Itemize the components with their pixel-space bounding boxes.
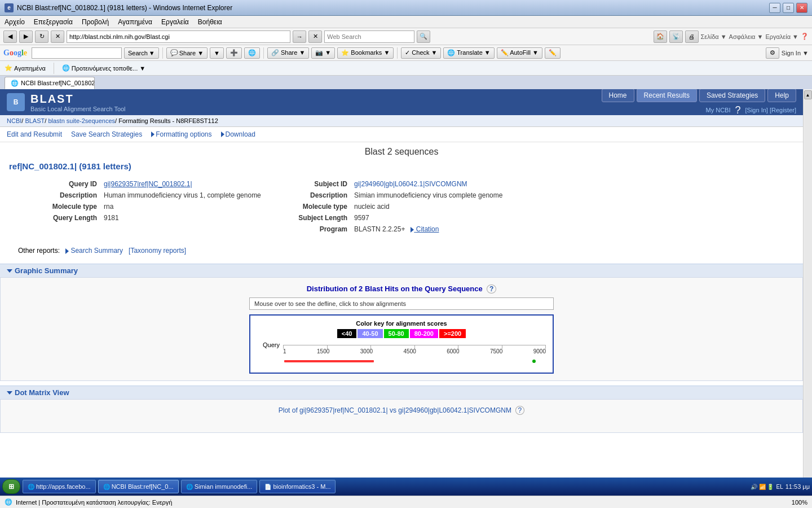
search-summary-link[interactable]: Search Summary xyxy=(65,247,125,255)
close-button[interactable]: ✕ xyxy=(796,3,807,13)
home-icon[interactable]: 🏠 xyxy=(654,30,667,43)
search-input[interactable] xyxy=(324,30,414,43)
share-button[interactable]: 💬 Share ▼ xyxy=(166,47,208,59)
maximize-button[interactable]: □ xyxy=(783,3,794,13)
dot-matrix-info-icon[interactable]: ? xyxy=(515,406,525,415)
autofill-button[interactable]: ✏️ AutoFill ▼ xyxy=(497,47,542,59)
breadcrumb-blastn[interactable]: blastn suite-2sequences xyxy=(48,117,115,124)
globe-status-icon: 🌐 xyxy=(5,498,12,506)
citation-link[interactable]: Citation xyxy=(411,225,439,233)
print-icon[interactable]: 🖨 xyxy=(685,30,699,43)
menu-tools[interactable]: Εργαλεία xyxy=(161,18,189,26)
dot-matrix-body: Plot of gi|9629357|ref|NC_001802.1| vs g… xyxy=(0,399,803,433)
table-row: Query Length 9181 Subject Length 9597 xyxy=(10,213,793,223)
favorites-button[interactable]: ⭐ Αγαπημένα xyxy=(5,64,46,72)
window-controls[interactable]: ─ □ ✕ xyxy=(769,3,807,13)
hit-line-2[interactable] xyxy=(532,360,536,363)
blast-recent-button[interactable]: Recent Results xyxy=(637,89,697,102)
query-len-value: 9181 xyxy=(102,213,282,223)
query-id-link[interactable]: gi|9629357|ref|NC_001802.1| xyxy=(104,180,192,188)
forward-button[interactable]: ▶ xyxy=(19,30,33,43)
scale-3000: 3000 xyxy=(360,348,373,354)
sign-in-link[interactable]: [Sign In] [Register] xyxy=(745,107,797,113)
bookmarks-button[interactable]: ⭐ Bookmarks ▼ xyxy=(337,47,394,59)
taskbar-fb-label: http://apps.facebo... xyxy=(36,483,91,490)
statusbar-right: 100% xyxy=(792,499,807,506)
taskbar-simian[interactable]: 🌐 Simian immunodefi... xyxy=(181,480,258,493)
toolbar-settings-button[interactable]: ⚙ xyxy=(766,47,779,59)
menu-view[interactable]: Προβολή xyxy=(82,18,109,26)
menu-help[interactable]: Βοήθεια xyxy=(198,18,222,26)
scale-1: 1 xyxy=(283,348,286,354)
query-len-label: Query Length xyxy=(10,213,100,223)
page-title: Blast 2 sequences xyxy=(9,147,794,157)
breadcrumb-blast[interactable]: BLAST xyxy=(25,117,45,124)
subject-id-label: Subject ID xyxy=(283,179,351,189)
toolbar-more-button[interactable]: ▼ xyxy=(210,47,224,59)
toolbar-extra-button[interactable]: 📷 ▼ xyxy=(311,47,335,59)
tab-blast[interactable]: 🌐 NCBI Blast:ref[NC_001802.1] (9181 lett… xyxy=(5,77,95,89)
titlebar-left: e NCBI Blast:ref[NC_001802.1] (9181 lett… xyxy=(5,3,232,12)
taskbar-blast-icon: 🌐 xyxy=(103,484,110,490)
taskbar-facebook[interactable]: 🌐 http://apps.facebo... xyxy=(23,480,96,493)
refresh-button[interactable]: ↻ xyxy=(35,30,48,43)
check-button[interactable]: ✓ Check ▼ xyxy=(401,47,441,59)
go-button[interactable]: → xyxy=(293,30,306,43)
back-button[interactable]: ◀ xyxy=(3,30,17,43)
search-label: Search xyxy=(128,50,148,56)
save-search-link[interactable]: Save Search Strategies xyxy=(71,130,142,138)
menu-edit[interactable]: Επεξεργασία xyxy=(34,18,73,26)
scroll-track[interactable] xyxy=(804,99,812,487)
blast-home-button[interactable]: Home xyxy=(602,89,634,102)
taskbar-fb-icon: 🌐 xyxy=(28,484,34,490)
scroll-up-button[interactable]: ▲ xyxy=(804,90,812,99)
pencil-button[interactable]: ✏️ xyxy=(545,47,561,59)
scrollbar[interactable]: ▲ ▼ xyxy=(803,89,812,496)
suggested-label: Προτεινόμενες τοποθε... xyxy=(72,65,138,72)
address-input[interactable] xyxy=(67,30,290,43)
scale-row: 1 1500 3000 4500 6000 7500 9000 xyxy=(281,348,548,354)
subject-mol-type-value: nucleic acid xyxy=(352,202,793,212)
start-button[interactable]: ⊞ xyxy=(2,479,20,494)
star-icon: ⭐ xyxy=(5,64,12,72)
google-logo: Google xyxy=(3,49,27,58)
minimize-button[interactable]: ─ xyxy=(769,3,780,13)
info-icon[interactable]: ? xyxy=(487,284,496,294)
search-go-button[interactable]: 🔍 xyxy=(417,30,430,43)
taxonomy-link[interactable]: [Taxonomy reports] xyxy=(129,247,186,255)
dot-matrix-header[interactable]: Dot Matrix View xyxy=(0,386,803,399)
formatting-options-link[interactable]: Formatting options xyxy=(151,130,211,138)
taskbar-blast[interactable]: 🌐 NCBI Blast:ref[NC_0... xyxy=(98,480,179,493)
query-id-value[interactable]: gi|9629357|ref|NC_001802.1| xyxy=(102,179,282,189)
chart-instruction: Mouse over to see the defline, click to … xyxy=(249,297,554,310)
blast-saved-button[interactable]: Saved Strategies xyxy=(699,89,765,102)
translate-button[interactable]: 🌐 Translate ▼ xyxy=(443,47,494,59)
share2-button[interactable]: 🔗 Share ▼ xyxy=(267,47,309,59)
graphic-summary-header[interactable]: Graphic Summary xyxy=(0,264,803,277)
actionbar: Edit and Resubmit Save Search Strategies… xyxy=(0,127,803,142)
content-wrapper: B BLAST Basic Local Alignment Search Too… xyxy=(0,89,812,496)
menu-favorites[interactable]: Αγαπημένα xyxy=(118,18,152,26)
rss-icon[interactable]: 📡 xyxy=(669,30,683,43)
add-button[interactable]: ➕ xyxy=(226,47,242,59)
citation-icon xyxy=(411,227,414,233)
breadcrumb-ncbi[interactable]: NCBI xyxy=(7,117,21,124)
blast-help-button[interactable]: Help xyxy=(767,89,796,102)
toolbar-globe-button[interactable]: 🌐 xyxy=(244,47,260,59)
stop-refresh-button[interactable]: ✕ xyxy=(308,30,322,43)
menu-file[interactable]: Αρχείο xyxy=(5,18,25,26)
my-ncbi-link[interactable]: My NCBI xyxy=(705,107,730,113)
hit-line-1[interactable] xyxy=(284,360,374,362)
other-reports-label: Other reports: xyxy=(18,247,60,255)
google-search-input[interactable] xyxy=(32,47,122,59)
statusbar-left: 🌐 Internet | Προστατευμένη κατάσταση λει… xyxy=(5,498,172,506)
addressbar: ◀ ▶ ↻ ✕ → ✕ 🔍 🏠 📡 🖨 Σελίδα ▼ Ασφάλεια ▼ … xyxy=(0,28,812,45)
download-link[interactable]: Download xyxy=(221,130,255,138)
stop-button[interactable]: ✕ xyxy=(51,30,64,43)
other-reports: Other reports: Search Summary [Taxonomy … xyxy=(9,244,794,259)
search-button[interactable]: Search ▼ xyxy=(124,47,159,59)
edit-resubmit-link[interactable]: Edit and Resubmit xyxy=(7,130,62,138)
taskbar-bioinformatics[interactable]: 📄 bioinformatics3 - M... xyxy=(259,480,336,493)
suggested-sites-button[interactable]: 🌐 Προτεινόμενες τοποθε... ▼ xyxy=(62,64,145,72)
taskbar-bio-icon: 📄 xyxy=(264,484,271,490)
